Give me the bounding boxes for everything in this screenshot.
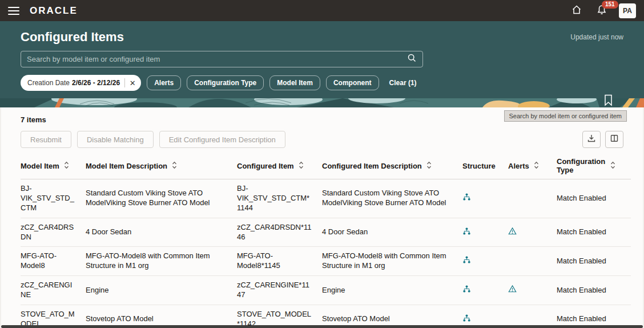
top-bar: ORACLE 151 PA <box>0 0 644 21</box>
home-icon <box>571 4 582 18</box>
remove-filter-icon[interactable]: ✕ <box>126 77 139 89</box>
filter-chip-component[interactable]: Component <box>326 75 379 90</box>
table-row[interactable]: STOVE_ATO_MODEL Stovetop ATO Model STOVE… <box>21 305 631 328</box>
model-item-cell: zCZ_CAR4DRSDN <box>21 218 86 247</box>
sort-icon <box>299 161 304 171</box>
page-title: Configured Items <box>21 30 124 45</box>
bookmark-icon[interactable] <box>603 94 613 109</box>
model-item-description-cell: Stovetop ATO Model <box>86 305 237 328</box>
structure-cell <box>462 179 508 218</box>
column-header-configured-item[interactable]: Configured Item <box>237 154 322 179</box>
configured-item-cell: BJ-VIK_STV_STD_CTM*1144 <box>237 179 322 218</box>
filter-chip-creation-date[interactable]: Creation Date 2/6/26 - 2/12/26 ✕ <box>21 75 141 91</box>
decorative-banner <box>0 98 644 107</box>
alert-warning-icon[interactable] <box>508 285 517 296</box>
filter-chip-configuration-type[interactable]: Configuration Type <box>187 75 264 90</box>
structure-cell <box>462 276 508 305</box>
alerts-cell <box>508 218 557 247</box>
search-icon[interactable] <box>407 53 417 65</box>
structure-cell <box>462 247 508 276</box>
chip-divider <box>124 78 125 87</box>
search-bar <box>21 51 423 67</box>
chip-value: 2/6/26 - 2/12/26 <box>72 79 120 87</box>
column-label: Configured Item <box>237 162 294 170</box>
updated-status: Updated just now <box>570 30 623 41</box>
configured-item-cell: zCZ_CAR4DRSDN*1146 <box>237 218 322 247</box>
table-row[interactable]: MFG-ATO-Model8 MFG-ATO-Model8 with Commo… <box>21 247 631 276</box>
configured-item-description-cell: 4 Door Sedan <box>322 218 462 247</box>
configured-item-description-cell: MFG-ATO-Model8 with Common Item Structur… <box>322 247 462 276</box>
resubmit-button[interactable]: Resubmit <box>21 131 71 148</box>
sort-icon <box>172 161 177 171</box>
table-row[interactable]: zCZ_CAR4DRSDN 4 Door Sedan zCZ_CAR4DRSDN… <box>21 218 631 247</box>
user-avatar[interactable]: PA <box>619 3 636 18</box>
table-body: BJ-VIK_STV_STD_CTM Standard Custom Vikin… <box>21 179 631 328</box>
sort-icon <box>534 161 539 171</box>
sort-icon <box>64 161 69 171</box>
manage-columns-button[interactable] <box>605 131 623 148</box>
column-label: Configured Item Description <box>322 162 422 170</box>
configuration-type-cell: Match Enabled <box>557 305 631 328</box>
filter-chip-alerts[interactable]: Alerts <box>147 75 181 90</box>
filter-chips-row: Creation Date 2/6/26 - 2/12/26 ✕ Alerts … <box>21 75 623 91</box>
search-input[interactable] <box>27 55 407 63</box>
column-header-model-item[interactable]: Model Item <box>21 154 86 179</box>
model-item-description-cell: MFG-ATO-Model8 with Common Item Structur… <box>86 247 237 276</box>
saved-search-tooltip: Search by model item or configured item <box>504 110 627 122</box>
page-header: Configured Items Updated just now Creati… <box>0 21 644 98</box>
hamburger-menu-icon[interactable] <box>8 7 19 15</box>
chip-label: Creation Date <box>27 79 70 87</box>
table-row[interactable]: BJ-VIK_STV_STD_CTM Standard Custom Vikin… <box>21 179 631 218</box>
configured-items-table: Model Item Model Item Description Config… <box>21 154 631 328</box>
column-header-alerts[interactable]: Alerts <box>508 154 557 179</box>
column-header-configured-item-description[interactable]: Configured Item Description <box>322 154 462 179</box>
table-row[interactable]: zCZ_CARENGINE Engine zCZ_CARENGINE*1147 … <box>21 276 631 305</box>
configuration-type-cell: Match Enabled <box>557 276 631 305</box>
structure-icon[interactable] <box>462 255 471 267</box>
model-item-cell: BJ-VIK_STV_STD_CTM <box>21 179 86 218</box>
configuration-type-cell: Match Enabled <box>557 218 631 247</box>
structure-cell <box>462 218 508 247</box>
disable-matching-button[interactable]: Disable Matching <box>77 131 154 148</box>
column-header-configuration-type[interactable]: Configuration Type <box>557 154 631 179</box>
content-card: 7 items Resubmit Disable Matching Edit C… <box>1 107 643 328</box>
configured-item-cell: STOVE_ATO_MODEL*1142 <box>237 305 322 328</box>
structure-icon[interactable] <box>462 193 471 204</box>
configured-item-cell: zCZ_CARENGINE*1147 <box>237 276 322 305</box>
model-item-description-cell: Engine <box>86 276 237 305</box>
structure-icon[interactable] <box>462 314 471 325</box>
sort-icon <box>610 161 615 171</box>
home-button[interactable] <box>569 3 585 19</box>
column-label: Model Item <box>21 162 59 170</box>
configuration-type-cell: Match Enabled <box>557 179 631 218</box>
alerts-cell <box>508 179 557 218</box>
column-header-structure[interactable]: Structure <box>462 154 508 179</box>
notifications-button[interactable]: 151 <box>594 3 610 19</box>
filter-chip-model-item[interactable]: Model Item <box>269 75 320 90</box>
configured-item-description-cell: Stovetop ATO Model <box>322 305 462 328</box>
download-button[interactable] <box>582 131 601 148</box>
table-toolbar: Resubmit Disable Matching Edit Configure… <box>21 131 623 148</box>
structure-cell <box>462 305 508 328</box>
structure-icon[interactable] <box>462 227 471 238</box>
oracle-logo: ORACLE <box>30 5 78 17</box>
alerts-cell <box>508 305 557 328</box>
sort-icon <box>426 161 432 171</box>
structure-icon[interactable] <box>462 285 471 296</box>
configured-item-cell: MFG-ATO-Model8*1145 <box>237 247 322 276</box>
column-header-model-item-description[interactable]: Model Item Description <box>86 154 237 179</box>
alerts-cell <box>508 276 557 305</box>
configured-item-description-cell: Engine <box>322 276 462 305</box>
horizontal-scrollbar[interactable] <box>1 325 643 328</box>
model-item-cell: STOVE_ATO_MODEL <box>21 305 86 328</box>
alert-warning-icon[interactable] <box>508 227 517 238</box>
columns-icon <box>610 134 619 145</box>
configured-item-description-cell: Standard Custom Viking Stove ATO ModelVi… <box>322 179 462 218</box>
notification-count-badge: 151 <box>602 1 618 9</box>
alerts-cell <box>508 247 557 276</box>
model-item-cell: zCZ_CARENGINE <box>21 276 86 305</box>
edit-configured-item-description-button[interactable]: Edit Configured Item Description <box>159 131 285 148</box>
clear-filters-link[interactable]: Clear (1) <box>389 79 417 87</box>
column-label: Structure <box>462 162 496 170</box>
model-item-description-cell: Standard Custom Viking Stove ATO ModelVi… <box>86 179 237 218</box>
